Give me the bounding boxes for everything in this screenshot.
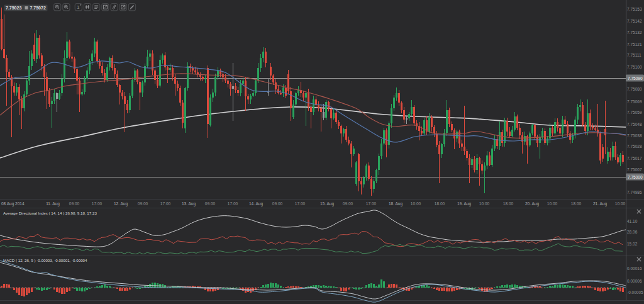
svg-text:7.75100: 7.75100 [627, 65, 642, 69]
svg-text:-0.00005: -0.00005 [627, 290, 643, 295]
svg-text:18. Aug: 18. Aug [389, 201, 402, 206]
svg-text:MACD ( 12, 26, 9 ) -0.00003, -: MACD ( 12, 26, 9 ) -0.00003, -0.00001, -… [3, 258, 87, 262]
svg-text:7.75132: 7.75132 [627, 30, 642, 35]
svg-text:17:00: 17:00 [295, 201, 306, 206]
svg-text:09:00: 09:00 [138, 201, 148, 206]
svg-text:17:00: 17:00 [366, 201, 377, 206]
svg-text:20. Aug: 20. Aug [525, 201, 539, 206]
svg-text:09:00: 09:00 [272, 201, 283, 206]
svg-text:21. Aug: 21. Aug [593, 201, 607, 206]
svg-text:10:00: 10:00 [479, 201, 490, 206]
svg-text:10:00: 10:00 [615, 201, 626, 206]
svg-text:18:00: 18:00 [571, 201, 582, 206]
svg-text:09:00: 09:00 [69, 201, 80, 206]
svg-text:28.06: 28.06 [627, 230, 638, 234]
svg-text:17:00: 17:00 [160, 201, 171, 206]
svg-text:7.75142: 7.75142 [627, 19, 642, 23]
svg-text:14. Aug: 14. Aug [249, 201, 263, 206]
svg-text:7.75153: 7.75153 [627, 7, 642, 11]
svg-text:15.02: 15.02 [627, 242, 638, 246]
svg-text:7.75017: 7.75017 [627, 156, 642, 160]
svg-text:7.75059: 7.75059 [627, 110, 642, 115]
svg-text:7.75069: 7.75069 [627, 99, 642, 104]
svg-text:7.75111: 7.75111 [627, 53, 641, 57]
svg-text:7.75048: 7.75048 [627, 122, 642, 127]
svg-text:18:00: 18:00 [503, 201, 514, 206]
svg-text:10:00: 10:00 [547, 201, 558, 206]
svg-text:17:00: 17:00 [92, 201, 103, 206]
svg-text:7.75028: 7.75028 [627, 144, 642, 149]
svg-text:7.75000: 7.75000 [628, 175, 643, 179]
svg-text:7.74986: 7.74986 [627, 190, 642, 194]
svg-text:08 Aug 2014: 08 Aug 2014 [1, 201, 25, 206]
svg-text:0.00006: 0.00006 [627, 279, 642, 283]
svg-text:7.75090: 7.75090 [628, 76, 643, 81]
svg-text:7.75007: 7.75007 [627, 167, 642, 172]
svg-text:15. Aug: 15. Aug [320, 201, 334, 206]
svg-text:10:00: 10:00 [411, 201, 421, 206]
svg-text:17:00: 17:00 [228, 201, 238, 206]
svg-text:7.75072: 7.75072 [30, 6, 46, 10]
svg-text:7.75023: 7.75023 [6, 6, 21, 10]
svg-text:Average Directional Index ( 14: Average Directional Index ( 14, 14 ) 26.… [3, 211, 97, 215]
svg-text:09:00: 09:00 [343, 201, 353, 206]
svg-text:11. Aug: 11. Aug [46, 201, 60, 206]
svg-text:0.00016: 0.00016 [627, 266, 642, 271]
svg-text:1: 1 [77, 4, 80, 10]
svg-text:7.75121: 7.75121 [627, 42, 642, 47]
svg-text:09:00: 09:00 [205, 201, 216, 206]
svg-text:12. Aug: 12. Aug [114, 201, 128, 206]
svg-text:13. Aug: 13. Aug [182, 201, 196, 206]
svg-text:19. Aug: 19. Aug [457, 201, 471, 206]
svg-text:18:00: 18:00 [435, 201, 445, 206]
svg-text:7.75038: 7.75038 [627, 133, 642, 138]
svg-text:41.10: 41.10 [627, 219, 638, 223]
svg-text:7.75080: 7.75080 [627, 87, 642, 91]
